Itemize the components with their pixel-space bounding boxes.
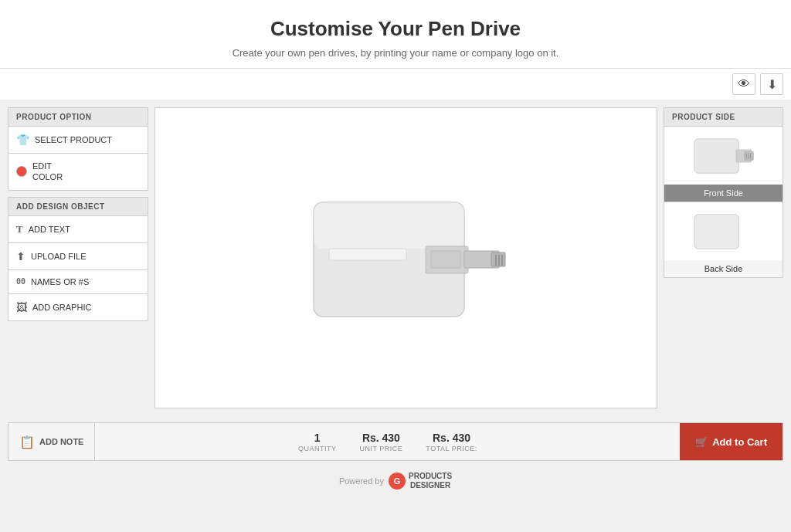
svg-rect-4 [491, 252, 505, 266]
front-side-option[interactable]: Front Side [664, 127, 783, 202]
bottom-bar: 📋 ADD NOTE 1 QUANTITY Rs. 430 UNIT PRICE… [8, 422, 783, 461]
svg-rect-16 [694, 214, 738, 248]
pricing-section: 1 QUANTITY Rs. 430 UNIT PRICE Rs. 430 TO… [95, 432, 680, 452]
quantity-value: 1 [298, 432, 337, 444]
logo-text: PRODUCTSDESIGNER [409, 472, 452, 490]
download-button[interactable]: ⬇ [760, 73, 783, 95]
add-design-header: ADD DESIGN OBJECT [8, 197, 148, 215]
total-price-label: TOTAL PRICE: [426, 445, 477, 452]
select-product-item[interactable]: 👕 SELECT PRODUCT [8, 126, 148, 153]
main-layout: PRODUCT OPTION 👕 SELECT PRODUCT EDIT COL… [0, 100, 791, 416]
edit-color-item[interactable]: EDIT COLOR [8, 153, 148, 191]
note-icon: 📋 [19, 435, 35, 449]
add-graphic-item[interactable]: 🖼 ADD GRAPHIC [8, 293, 148, 321]
footer-logo: G PRODUCTSDESIGNER [389, 472, 452, 490]
left-panel: PRODUCT OPTION 👕 SELECT PRODUCT EDIT COL… [8, 107, 148, 321]
footer: Powered by G PRODUCTSDESIGNER [0, 461, 791, 501]
edit-label: EDIT COLOR [32, 161, 63, 183]
svg-rect-12 [744, 151, 753, 160]
add-note-section[interactable]: 📋 ADD NOTE [8, 423, 95, 460]
cart-icon: 🛒 [695, 436, 708, 448]
header: Customise Your Pen Drive Create your own… [0, 0, 791, 68]
product-side-header: PRODUCT SIDE [664, 107, 783, 127]
product-option-header: PRODUCT OPTION [8, 107, 148, 126]
select-product-label: SELECT PRODUCT [35, 135, 112, 144]
page-wrapper: Customise Your Pen Drive Create your own… [0, 0, 791, 517]
names-label: NAMES OR #S [31, 277, 89, 286]
quantity-item: 1 QUANTITY [298, 432, 337, 452]
names-item[interactable]: 00 NAMES OR #S [8, 269, 148, 293]
color-dot [16, 166, 27, 177]
names-icon: 00 [16, 277, 25, 286]
add-graphic-label: ADD GRAPHIC [32, 303, 91, 312]
pen-drive-image [306, 191, 507, 326]
unit-price-item: Rs. 430 UNIT PRICE [359, 432, 402, 452]
upload-icon: ⬆ [16, 250, 25, 263]
back-side-option[interactable]: Back Side [664, 202, 783, 278]
upload-file-item[interactable]: ⬆ Upload File [8, 242, 148, 269]
upload-file-label: Upload File [31, 252, 87, 261]
text-icon: T [16, 223, 23, 236]
back-side-label: Back Side [664, 260, 783, 277]
graphic-icon: 🖼 [16, 301, 27, 313]
unit-price-label: UNIT PRICE [359, 445, 402, 452]
front-side-label: Front Side [664, 185, 783, 202]
page-title: Customise Your Pen Drive [8, 17, 783, 41]
logo-icon: G [389, 473, 406, 490]
add-to-cart-button[interactable]: 🛒 Add to Cart [680, 423, 783, 460]
total-price-item: Rs. 430 TOTAL PRICE: [426, 432, 477, 452]
total-price-value: Rs. 430 [426, 432, 477, 444]
front-side-preview [664, 127, 783, 185]
add-text-item[interactable]: T ADD TEXT [8, 215, 148, 242]
add-to-cart-label: Add to Cart [712, 436, 767, 448]
add-note-label: ADD NOTE [39, 437, 83, 446]
svg-rect-9 [329, 249, 406, 260]
svg-rect-8 [431, 251, 460, 268]
canvas-area [154, 107, 657, 408]
unit-price-value: Rs. 430 [359, 432, 402, 444]
back-side-preview [664, 202, 783, 260]
powered-by-text: Powered by [339, 476, 384, 486]
right-panel: PRODUCT SIDE Front Side [664, 107, 783, 278]
page-subtitle: Create your own pen drives, by printing … [8, 47, 783, 59]
svg-rect-10 [694, 138, 738, 172]
svg-rect-1 [314, 202, 464, 249]
toolbar: 👁 ⬇ [0, 68, 791, 100]
add-text-label: ADD TEXT [29, 225, 70, 234]
quantity-label: QUANTITY [298, 445, 337, 452]
tshirt-icon: 👕 [16, 134, 29, 146]
preview-button[interactable]: 👁 [732, 73, 755, 95]
